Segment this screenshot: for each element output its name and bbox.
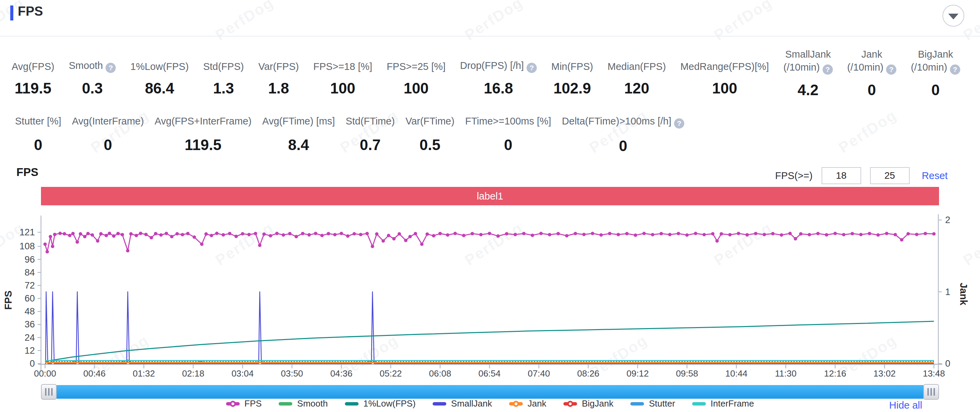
svg-text:108: 108 <box>19 241 35 251</box>
legend-swatch <box>278 402 292 406</box>
chart-scrollbar[interactable] <box>41 384 939 400</box>
stat-stutter: Stutter [%]0 <box>15 115 61 154</box>
stat-label: Var(FTime) <box>405 115 454 128</box>
scrollbar-right-handle[interactable] <box>923 384 939 400</box>
stat-value: 0.3 <box>82 80 103 97</box>
stat-label: Avg(FPS+InterFrame) <box>155 115 252 128</box>
stat-drop-fps-h: Drop(FPS) [/h]?16.8 <box>460 48 537 98</box>
chevron-down-icon <box>948 14 958 19</box>
perfdog-watermark: PerfDog <box>835 106 900 157</box>
stat-label: Min(FPS) <box>551 48 593 73</box>
reset-link[interactable]: Reset <box>922 170 948 181</box>
help-icon[interactable]: ? <box>822 65 833 75</box>
svg-text:08:26: 08:26 <box>577 368 599 379</box>
stat-label: Std(FTime) <box>345 115 395 128</box>
legend-item-smalljank[interactable]: SmallJank <box>433 398 492 409</box>
stat-label: Avg(FTime) [ms] <box>262 115 335 128</box>
stat-value: 0 <box>932 81 940 98</box>
legend-swatch <box>630 402 644 406</box>
svg-text:06:08: 06:08 <box>429 368 451 379</box>
scrollbar-left-handle[interactable] <box>41 384 57 400</box>
svg-text:2: 2 <box>945 215 950 225</box>
stat-var-ftime: Var(FTime)0.5 <box>405 115 454 154</box>
stat-label: FPS>=18 [%] <box>313 48 372 73</box>
legend-label: 1%Low(FPS) <box>363 398 415 409</box>
legend-label: InterFrame <box>711 398 754 409</box>
stat-value: 1.8 <box>268 80 289 97</box>
stat-value: 0 <box>619 138 627 154</box>
page-title: FPS <box>18 4 43 19</box>
svg-text:09:58: 09:58 <box>676 368 698 379</box>
stat-1-low-fps: 1%Low(FPS)86.4 <box>130 48 189 98</box>
stat-std-ftime: Std(FTime)0.7 <box>345 115 395 154</box>
stats-row-1: Avg(FPS)119.5Smooth?0.31%Low(FPS)86.4Std… <box>12 48 960 98</box>
fps-max-input[interactable] <box>870 167 910 184</box>
stat-medrange-fps: MedRange(FPS)[%]100 <box>680 48 769 98</box>
label-banner[interactable]: label1 <box>41 187 939 205</box>
stat-label: MedRange(FPS)[%] <box>680 48 769 73</box>
help-icon[interactable]: ? <box>527 63 537 73</box>
stat-value: 100 <box>404 80 428 97</box>
stat-label: BigJank(/10min)? <box>911 48 960 75</box>
stat-value: 16.8 <box>484 80 513 97</box>
stat-label: FPS>=25 [%] <box>387 48 445 73</box>
header-divider <box>0 36 980 36</box>
svg-text:02:18: 02:18 <box>182 368 204 379</box>
svg-text:121: 121 <box>19 227 35 238</box>
fps-chart[interactable]: 0122436486072849610812101200:0000:4601:3… <box>0 204 980 382</box>
stat-value: 0 <box>504 136 512 154</box>
scrollbar-track[interactable] <box>56 385 924 399</box>
fps-threshold-label: FPS(>=) <box>775 170 813 181</box>
stat-avg-interframe: Avg(InterFrame)0 <box>72 115 144 154</box>
stat-value: 1.3 <box>213 80 234 97</box>
stat-label: Std(FPS) <box>203 48 244 73</box>
hide-all-link[interactable]: Hide all <box>889 400 922 411</box>
stat-fps-25: FPS>=25 [%]100 <box>387 48 445 98</box>
stat-value: 86.4 <box>145 80 174 97</box>
legend-item-interframe[interactable]: InterFrame <box>692 398 754 409</box>
stat-value: 119.5 <box>185 136 222 154</box>
svg-text:Jank: Jank <box>958 283 969 306</box>
stat-smooth: Smooth?0.3 <box>69 48 116 98</box>
legend-label: Smooth <box>297 398 328 409</box>
stat-std-fps: Std(FPS)1.3 <box>203 48 244 98</box>
svg-text:05:22: 05:22 <box>380 368 402 379</box>
help-icon[interactable]: ? <box>105 63 116 73</box>
stat-avg-fps-interframe: Avg(FPS+InterFrame)119.5 <box>155 115 252 154</box>
svg-text:03:04: 03:04 <box>232 368 254 379</box>
svg-text:48: 48 <box>25 306 35 317</box>
stat-bigjank: BigJank(/10min)?0 <box>911 48 960 98</box>
stat-label: Median(FPS) <box>608 48 666 73</box>
stat-value: 8.4 <box>288 136 309 154</box>
legend-item-1-low-fps-[interactable]: 1%Low(FPS) <box>345 398 415 409</box>
legend-swatch <box>563 402 577 406</box>
legend-item-smooth[interactable]: Smooth <box>278 398 328 409</box>
help-icon[interactable]: ? <box>674 118 684 128</box>
stat-value: 4.2 <box>798 81 818 98</box>
stat-value: 119.5 <box>15 80 52 97</box>
legend-swatch <box>345 402 358 406</box>
legend-swatch <box>433 402 446 406</box>
help-icon[interactable]: ? <box>950 65 960 75</box>
stat-value: 0.7 <box>360 136 381 154</box>
help-icon[interactable]: ? <box>886 65 896 75</box>
svg-text:11:30: 11:30 <box>775 368 797 379</box>
svg-text:72: 72 <box>25 280 35 291</box>
fps-min-input[interactable] <box>822 167 861 184</box>
svg-text:00:46: 00:46 <box>83 368 105 379</box>
legend-item-fps[interactable]: FPS <box>226 398 262 409</box>
stat-label: Stutter [%] <box>15 115 61 128</box>
stat-value: 0.5 <box>420 136 441 154</box>
legend-swatch <box>226 402 240 406</box>
perfdog-watermark: PerfDog <box>462 0 526 44</box>
svg-text:0: 0 <box>30 358 35 369</box>
legend-item-bigjank[interactable]: BigJank <box>563 398 614 409</box>
stat-value: 120 <box>624 80 649 97</box>
stat-label: Var(FPS) <box>258 48 299 73</box>
legend-item-stutter[interactable]: Stutter <box>630 398 675 409</box>
legend-item-jank[interactable]: Jank <box>509 398 546 409</box>
perfdog-watermark: PerfDog <box>711 0 775 44</box>
collapse-button[interactable] <box>942 5 964 27</box>
stat-value: 102.9 <box>554 80 591 97</box>
legend-label: Jank <box>528 398 546 409</box>
